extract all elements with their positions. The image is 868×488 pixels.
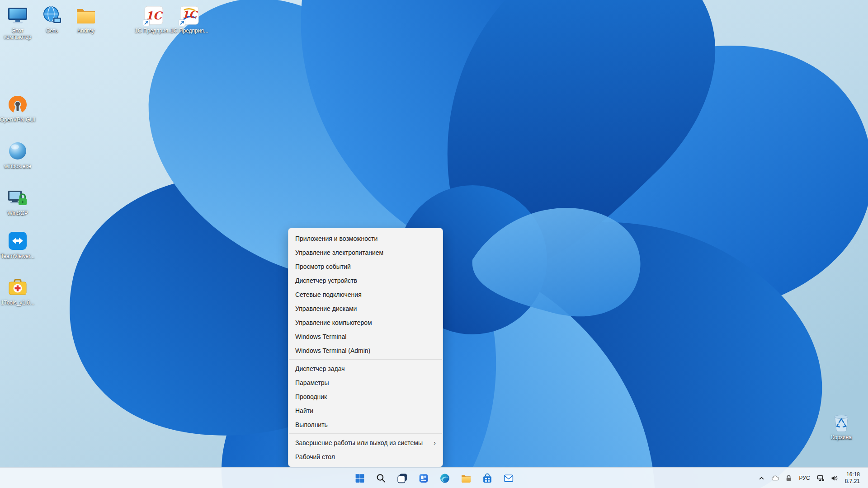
- store-icon: [481, 473, 493, 484]
- recycle-bin-icon: [830, 411, 852, 433]
- desktop-icon-folder-andrey[interactable]: Andrey: [66, 4, 106, 35]
- folder-icon: [75, 5, 97, 26]
- edge-icon: [439, 473, 450, 484]
- winbox-icon: [7, 140, 28, 162]
- menu-item-settings[interactable]: Параметры: [288, 375, 443, 389]
- menu-item-task-manager[interactable]: Диспетчер задач: [288, 361, 443, 375]
- menu-item-network-connections[interactable]: Сетевые подключения: [288, 287, 443, 301]
- taskbar-center-buttons: [351, 469, 518, 487]
- menu-item-event-viewer[interactable]: Просмотр событий: [288, 259, 443, 273]
- menu-item-windows-terminal-admin[interactable]: Windows Terminal (Admin): [288, 343, 443, 357]
- menu-item-label: Завершение работы или выход из системы: [295, 439, 423, 446]
- search-button[interactable]: [372, 469, 390, 487]
- desktop-icon-teamviewer[interactable]: TeamViewer...: [0, 229, 38, 260]
- language-indicator[interactable]: РУС: [797, 471, 812, 485]
- menu-separator: [289, 433, 442, 434]
- widgets-icon: [418, 473, 429, 484]
- shortcut-arrow-icon: [143, 19, 150, 26]
- file-explorer-icon: [460, 473, 472, 484]
- task-view-icon: [396, 473, 408, 484]
- menu-item-file-explorer[interactable]: Проводник: [288, 389, 443, 404]
- windows-logo-icon: [354, 473, 365, 484]
- search-icon: [375, 473, 387, 484]
- ethernet-icon: [817, 474, 825, 482]
- vpn-tray-button[interactable]: [784, 471, 793, 485]
- clock-time: 16:18: [845, 471, 860, 478]
- 1c-enterprise-8-icon: 1С: [143, 5, 165, 26]
- desktop-icon-label: Andrey: [77, 28, 94, 34]
- start-button[interactable]: [351, 469, 369, 487]
- desktop-icon-1c-enterprise-7[interactable]: 1С 1С Предприя...: [170, 4, 209, 35]
- network-icon: [41, 5, 63, 26]
- desktop-icon-label: winbox.exe: [4, 163, 31, 169]
- desktop-icon-label: 1Tools_y1.0...: [1, 300, 34, 306]
- menu-item-desktop[interactable]: Рабочий стол: [288, 450, 443, 464]
- taskbar-clock[interactable]: 16:18 8.7.21: [843, 471, 862, 485]
- teamviewer-icon: [7, 230, 28, 252]
- desktop-background[interactable]: Этот компьютер Сеть Andrey: [0, 0, 868, 488]
- 1c-enterprise-7-icon: 1С: [179, 5, 200, 26]
- lock-icon: [785, 474, 793, 482]
- shortcut-arrow-icon: [179, 19, 185, 26]
- mail-icon: [503, 473, 514, 484]
- system-tray: РУС 16:18 8.7.21: [752, 468, 866, 488]
- menu-item-windows-terminal[interactable]: Windows Terminal: [288, 329, 443, 343]
- openvpn-icon: [7, 94, 28, 115]
- edge-button[interactable]: [436, 469, 454, 487]
- desktop-icon-1c-enterprise-8[interactable]: 1С 1С Предприя...: [134, 4, 174, 35]
- onedrive-tray-button[interactable]: [770, 471, 780, 485]
- desktop-icon-label: Сеть: [46, 28, 58, 34]
- clock-date: 8.7.21: [845, 478, 860, 485]
- menu-item-disk-management[interactable]: Управление дисками: [288, 301, 443, 315]
- chevron-up-icon: [758, 474, 765, 482]
- desktop-icon-label: WinSCP: [7, 210, 28, 216]
- menu-item-power-options[interactable]: Управление электропитанием: [288, 245, 443, 259]
- speaker-icon: [830, 474, 838, 482]
- task-view-button[interactable]: [393, 469, 411, 487]
- menu-item-apps-and-features[interactable]: Приложения и возможности: [288, 231, 443, 245]
- desktop-icon-label: Корзина: [831, 434, 852, 441]
- desktop-icon-label: 1С Предприя...: [135, 28, 173, 34]
- taskbar: РУС 16:18 8.7.21: [0, 467, 868, 488]
- store-button[interactable]: [478, 469, 496, 487]
- onedrive-cloud-icon: [771, 474, 779, 482]
- menu-item-run[interactable]: Выполнить: [288, 418, 443, 432]
- desktop-icon-label: Этот компьютер: [0, 28, 37, 40]
- widgets-button[interactable]: [415, 469, 433, 487]
- menu-separator: [289, 359, 442, 360]
- desktop-icon-recycle-bin[interactable]: Корзина: [821, 410, 861, 441]
- menu-item-computer-management[interactable]: Управление компьютером: [288, 315, 443, 329]
- this-pc-icon: [7, 5, 28, 26]
- winscp-icon: [7, 187, 28, 209]
- desktop-icon-label: OpenVPN GUI: [0, 117, 35, 123]
- desktop-icon-winscp[interactable]: WinSCP: [0, 186, 38, 217]
- mail-button[interactable]: [500, 469, 518, 487]
- desktop-icon-openvpn-gui[interactable]: OpenVPN GUI: [0, 93, 38, 124]
- desktop-icon-1tools[interactable]: 1Tools_y1.0...: [0, 276, 38, 307]
- network-tray-button[interactable]: [816, 471, 826, 485]
- volume-tray-button[interactable]: [830, 471, 839, 485]
- desktop-icon-winbox[interactable]: winbox.exe: [0, 139, 38, 170]
- desktop-icon-label: 1С Предприя...: [170, 28, 208, 34]
- file-explorer-button[interactable]: [457, 469, 475, 487]
- menu-item-device-manager[interactable]: Диспетчер устройств: [288, 273, 443, 287]
- menu-item-search[interactable]: Найти: [288, 404, 443, 418]
- tray-expand-button[interactable]: [757, 471, 766, 485]
- first-aid-kit-icon: [7, 277, 28, 298]
- desktop-icon-label: TeamViewer...: [0, 253, 34, 259]
- winx-context-menu: Приложения и возможности Управление элек…: [288, 228, 443, 467]
- submenu-chevron-icon: ›: [429, 439, 436, 446]
- menu-item-shutdown-or-sign-out[interactable]: Завершение работы или выход из системы ›: [288, 436, 443, 450]
